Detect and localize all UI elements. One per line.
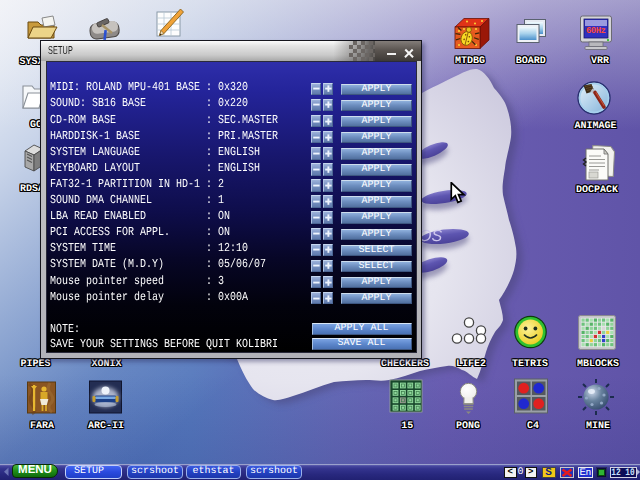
svg-text:60Hz: 60Hz [586,26,606,36]
